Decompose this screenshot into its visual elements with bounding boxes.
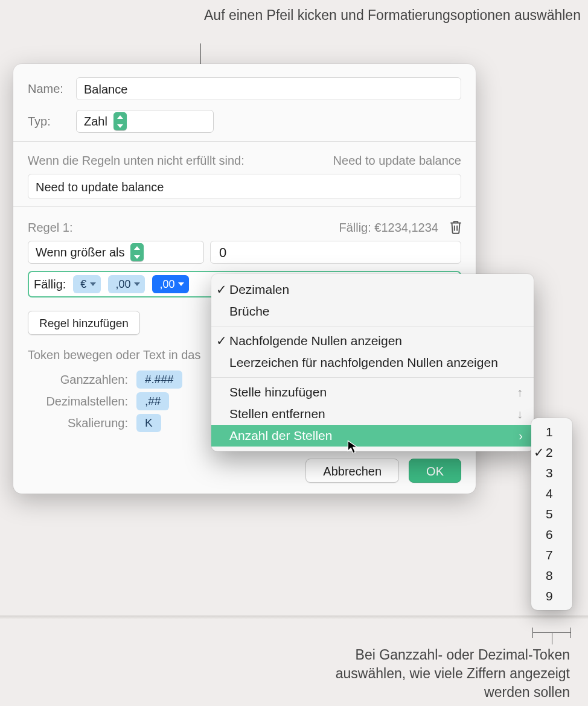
floor-gradient — [0, 615, 588, 619]
menu-item-num-places[interactable]: Anzahl der Stellen › — [211, 425, 534, 447]
legend-label: Dezimalstellen: — [28, 395, 136, 409]
chevron-down-icon — [134, 282, 140, 286]
chevron-down-icon — [178, 282, 184, 286]
submenu-item-label: 6 — [546, 527, 553, 542]
submenu-item-1[interactable]: 1 — [531, 422, 572, 442]
callout-top-text: Auf einen Pfeil kicken und Formatierungs… — [204, 7, 581, 23]
fallback-preview: Need to update balance — [333, 154, 461, 168]
menu-item-label: Stelle hinzufügen — [229, 385, 327, 399]
submenu-item-4[interactable]: 4 — [531, 483, 572, 504]
format-prefix: Fällig: — [34, 278, 66, 291]
submenu-item-label: 3 — [546, 466, 553, 480]
decimal-token-1-label: ,00 — [115, 278, 130, 291]
legend-label: Ganzzahlen: — [28, 373, 136, 387]
rule-condition-row: Wenn größer als 0 — [13, 241, 476, 264]
condition-dropdown-value: Wenn größer als — [36, 246, 124, 259]
name-label: Name: — [28, 82, 76, 96]
submenu-item-9[interactable]: 9 — [531, 586, 572, 606]
submenu-item-8[interactable]: 8 — [531, 565, 572, 586]
rule-header-label: Regel 1: — [28, 221, 73, 235]
token-options-menu[interactable]: ✓ Dezimalen Brüche ✓ Nachfolgende Nullen… — [211, 274, 534, 451]
fallback-label: Wenn die Regeln unten nicht erfüllt sind… — [28, 154, 244, 168]
submenu-item-6[interactable]: 6 — [531, 524, 572, 545]
checkmark-icon: ✓ — [215, 334, 228, 348]
checkmark-icon: ✓ — [534, 445, 545, 460]
menu-separator — [211, 377, 534, 378]
ok-button[interactable]: OK — [409, 459, 461, 483]
submenu-item-2[interactable]: ✓2 — [531, 442, 572, 463]
arrow-down-icon: ↓ — [517, 407, 523, 421]
menu-separator — [211, 326, 534, 326]
mouse-cursor-icon — [347, 439, 361, 454]
submenu-item-5[interactable]: 5 — [531, 504, 572, 524]
num-places-submenu[interactable]: 1✓23456789 — [531, 418, 572, 610]
callout-bottom-text: Bei Ganzzahl- oder Dezimal-Token auswähl… — [336, 647, 570, 700]
trash-icon[interactable] — [448, 219, 465, 236]
menu-item-label: Dezimalen — [229, 282, 289, 297]
name-input[interactable]: Balance — [76, 77, 461, 100]
leader-line-bottom-drop — [552, 632, 552, 644]
decimal-token-1[interactable]: ,00 — [108, 275, 145, 293]
submenu-item-7[interactable]: 7 — [531, 545, 572, 565]
condition-dropdown[interactable]: Wenn größer als — [28, 241, 204, 264]
fallback-row: Wenn die Regeln unten nicht erfüllt sind… — [13, 145, 476, 174]
cancel-button[interactable]: Abbrechen — [305, 459, 399, 483]
scale-token-pill[interactable]: K — [136, 414, 161, 432]
add-rule-button[interactable]: Regel hinzufügen — [28, 311, 140, 335]
condition-value-input[interactable]: 0 — [210, 241, 461, 264]
name-row: Name: Balance — [13, 72, 476, 105]
type-label: Typ: — [28, 115, 76, 129]
submenu-item-label: 8 — [546, 568, 553, 583]
menu-item-add-place[interactable]: Stelle hinzufügen ↑ — [211, 381, 534, 403]
fallback-input[interactable]: Need to update balance — [28, 174, 461, 199]
type-dropdown-value: Zahl — [84, 115, 107, 129]
submenu-item-label: 1 — [546, 425, 553, 439]
type-dropdown[interactable]: Zahl — [76, 110, 214, 133]
decimal-token-pill[interactable]: ,## — [136, 392, 169, 410]
menu-item-trailing-spaces[interactable]: Leerzeichen für nachfolgenden Nullen anz… — [211, 352, 534, 374]
menu-item-label: Brüche — [229, 304, 270, 319]
menu-item-trailing-zeros[interactable]: ✓ Nachfolgende Nullen anzeigen — [211, 330, 534, 352]
menu-item-decimals[interactable]: ✓ Dezimalen — [211, 279, 534, 301]
menu-item-label: Anzahl der Stellen — [229, 428, 332, 443]
menu-item-label: Stellen entfernen — [229, 407, 325, 421]
decimal-token-2[interactable]: ,00 — [152, 275, 189, 293]
dialog-buttons: Abbrechen OK — [305, 459, 461, 483]
chevron-right-icon: › — [519, 429, 523, 443]
dropdown-stepper-icon — [113, 112, 127, 130]
callout-top: Auf einen Pfeil kicken und Formatierungs… — [204, 6, 581, 25]
menu-item-fractions[interactable]: Brüche — [211, 301, 534, 322]
rule-header-preview: Fällig: €1234,1234 — [339, 221, 438, 235]
currency-token-label: € — [80, 278, 86, 291]
chevron-down-icon — [90, 282, 96, 286]
menu-item-remove-place[interactable]: Stellen entfernen ↓ — [211, 403, 534, 425]
type-row: Typ: Zahl — [13, 105, 476, 138]
legend-label: Skalierung: — [28, 416, 136, 430]
checkmark-icon: ✓ — [215, 282, 228, 297]
submenu-item-label: 7 — [546, 548, 553, 562]
menu-item-label: Nachfolgende Nullen anzeigen — [229, 334, 402, 348]
rule-header: Regel 1: Fällig: €1234,1234 — [13, 211, 476, 241]
integer-token-pill[interactable]: #.### — [136, 370, 182, 389]
divider — [13, 206, 476, 207]
submenu-item-label: 5 — [546, 507, 553, 521]
submenu-item-label: 9 — [546, 589, 553, 603]
submenu-item-label: 4 — [546, 486, 553, 501]
currency-token[interactable]: € — [73, 275, 101, 293]
menu-item-label: Leerzeichen für nachfolgenden Nullen anz… — [229, 355, 498, 370]
submenu-item-label: 2 — [546, 445, 553, 460]
submenu-item-3[interactable]: 3 — [531, 463, 572, 483]
dropdown-stepper-icon — [130, 243, 144, 261]
divider — [13, 141, 476, 142]
arrow-up-icon: ↑ — [517, 386, 523, 399]
decimal-token-2-label: ,00 — [159, 278, 174, 291]
callout-bottom: Bei Ganzzahl- oder Dezimal-Token auswähl… — [298, 646, 570, 702]
